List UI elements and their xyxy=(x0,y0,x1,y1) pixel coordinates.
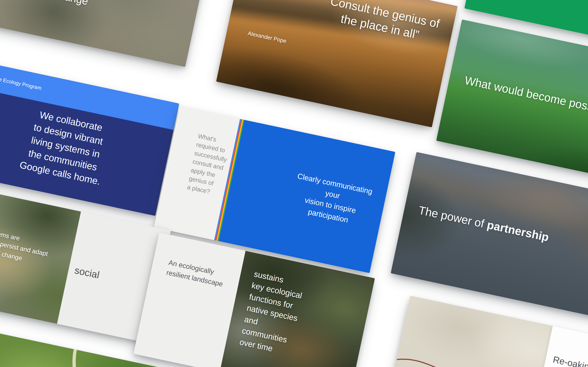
blue-panel: Clearly communicating your vision to ins… xyxy=(219,120,396,273)
slide-collage: Living systems are designed to persist a… xyxy=(0,0,588,367)
slide-pope-quote[interactable]: Alexander Pope “Consult the genius of th… xyxy=(216,0,458,127)
slide-living-systems-intro[interactable]: Living systems are designed to persist a… xyxy=(0,0,211,67)
photo-half: Living systems are designed to persist a… xyxy=(0,188,81,324)
program-name: Google Ecology Program xyxy=(0,73,42,91)
aerial-bay-photo xyxy=(391,152,588,319)
statement-text: Clearly communicating your vision to ins… xyxy=(282,169,381,231)
definition-label: An ecologically resilient landscape xyxy=(165,258,243,293)
category-label: social xyxy=(74,264,100,281)
slide-power-of-partnership[interactable]: The power of partnership xyxy=(391,152,588,319)
panel-title: Re-oaking xyxy=(552,354,588,367)
slide-ecology-program-mission[interactable]: Google Ecology Program We collaborate to… xyxy=(0,61,179,216)
